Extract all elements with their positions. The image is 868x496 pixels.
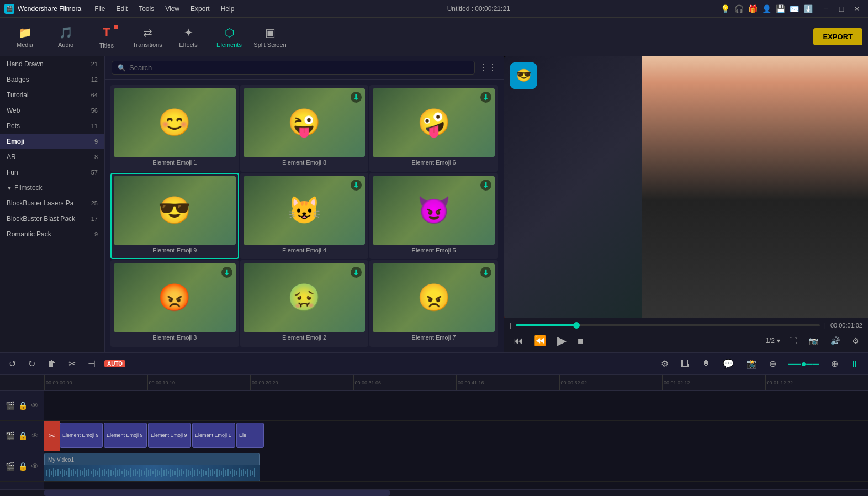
- clip-settings-icon[interactable]: 🎞: [678, 358, 693, 370]
- emoji-clip-5[interactable]: Ele: [236, 423, 264, 448]
- sidebar-item-pets[interactable]: Pets 11: [0, 118, 104, 134]
- close-button[interactable]: ✕: [850, 4, 864, 14]
- elements-tab[interactable]: ⬡ Elements: [210, 20, 248, 54]
- delete-button[interactable]: 🗑: [44, 358, 60, 370]
- split-screen-tab[interactable]: ▣ Split Screen: [251, 20, 289, 54]
- progress-handle[interactable]: [573, 322, 580, 329]
- mail-icon[interactable]: ✉️: [790, 4, 799, 13]
- save-icon[interactable]: 💾: [776, 4, 785, 13]
- maximize-button[interactable]: □: [835, 4, 848, 14]
- menu-view[interactable]: View: [163, 4, 182, 14]
- filmstock-section-header[interactable]: ▼ Filmstock: [0, 180, 104, 196]
- user-icon[interactable]: 👤: [762, 4, 771, 13]
- media-tab[interactable]: 📁 Media: [6, 20, 44, 54]
- video-track-eye-icon[interactable]: 👁: [31, 462, 39, 471]
- stop-button[interactable]: ■: [574, 334, 587, 348]
- split-button[interactable]: ⊣: [84, 357, 99, 370]
- search-input[interactable]: [129, 64, 469, 72]
- sidebar-item-tutorial[interactable]: Tutorial 64: [0, 87, 104, 103]
- download3-icon[interactable]: ⬇: [221, 267, 232, 278]
- download5-icon[interactable]: ⬇: [480, 180, 491, 191]
- sidebar-item-romantic-pack[interactable]: Romantic Pack 9: [0, 226, 104, 242]
- minimize-button[interactable]: −: [819, 4, 833, 14]
- menu-file[interactable]: File: [92, 4, 107, 14]
- video-track-lock-icon[interactable]: 🔒: [18, 462, 28, 471]
- scrollbar-thumb[interactable]: [44, 490, 391, 496]
- emoji-clip-4[interactable]: Element Emoji 1: [192, 423, 235, 448]
- grid-toggle-icon[interactable]: ⋮⋮: [479, 62, 497, 73]
- audio-tab[interactable]: 🎵 Audio: [46, 20, 85, 54]
- track-lock-icon[interactable]: 🔒: [18, 401, 28, 410]
- chevron-down-icon[interactable]: ▾: [777, 337, 780, 345]
- titles-tab[interactable]: T Titles: [87, 20, 126, 54]
- emoji-track-eye-icon[interactable]: 👁: [31, 431, 39, 440]
- emoji-clip-3[interactable]: Element Emoji 9: [148, 423, 191, 448]
- menu-tools[interactable]: Tools: [136, 4, 156, 14]
- element-emoji9[interactable]: 😎 Element Emoji 9: [110, 173, 239, 260]
- transitions-tab[interactable]: ⇄ Transitions: [128, 20, 167, 54]
- emoji-clip-1[interactable]: Element Emoji 9: [60, 423, 103, 448]
- element-emoji1[interactable]: 😊 Element Emoji 1: [110, 85, 239, 172]
- sidebar-item-hand-drawn[interactable]: Hand Drawn 21: [0, 56, 104, 72]
- ruler-mark-6: 00:01:02:12: [662, 375, 765, 391]
- track-video-icon[interactable]: 🎬: [6, 401, 15, 410]
- element-emoji5[interactable]: 😈 ⬇ Element Emoji 5: [369, 173, 498, 260]
- timeline-scrollbar[interactable]: [0, 489, 868, 496]
- sidebar-item-blockbuster-lasers[interactable]: BlockBuster Lasers Pa 25: [0, 196, 104, 211]
- svg-rect-0: [46, 470, 47, 476]
- element-emoji2[interactable]: 🤢 ⬇ Element Emoji 2: [240, 260, 369, 347]
- zoom-in-icon[interactable]: ⊕: [828, 357, 841, 370]
- emoji-clip-2[interactable]: Element Emoji 9: [104, 423, 147, 448]
- emoji-track-video-icon[interactable]: 🎬: [6, 431, 15, 440]
- effects-tab[interactable]: ✦ Effects: [169, 20, 208, 54]
- emoji-track-row: 🎬 🔒 👁 ✂ Element Emoji 9 Element Emoji 9: [0, 421, 868, 451]
- elements-tab-wrap: ⬡ Elements: [210, 20, 248, 54]
- menu-export[interactable]: Export: [188, 4, 212, 14]
- sidebar-item-blockbuster-blast[interactable]: BlockBuster Blast Pack 17: [0, 211, 104, 226]
- mic-icon[interactable]: 🎙: [698, 358, 714, 370]
- element-emoji3[interactable]: 😡 ⬇ Element Emoji 3: [110, 260, 239, 347]
- video-track-row: 🎬 🔒 👁 My Video1 🎬: [0, 451, 868, 482]
- element-emoji7[interactable]: 😠 ⬇ Element Emoji 7: [369, 260, 498, 347]
- emoji-track-lock-icon[interactable]: 🔒: [18, 431, 28, 440]
- pause-tl-icon[interactable]: ⏸: [847, 358, 862, 370]
- element-emoji6[interactable]: 🤪 ⬇ Element Emoji 6: [369, 85, 498, 172]
- snapshot-button[interactable]: 📷: [806, 335, 822, 346]
- svg-rect-18: [86, 470, 87, 476]
- settings-gear-icon[interactable]: ⚙: [658, 357, 672, 370]
- volume-button[interactable]: 🔊: [827, 335, 843, 346]
- element-emoji4[interactable]: 😺 ⬇ Element Emoji 4: [240, 173, 369, 260]
- track-eye-icon[interactable]: 👁: [31, 401, 39, 410]
- redo-button[interactable]: ↻: [25, 357, 39, 370]
- zoom-slider[interactable]: ──●──: [785, 358, 822, 370]
- sidebar-item-badges[interactable]: Badges 12: [0, 72, 104, 87]
- element-emoji8[interactable]: 😜 ⬇ Element Emoji 8: [240, 85, 369, 172]
- sidebar-item-web[interactable]: Web 56: [0, 103, 104, 118]
- svg-rect-85: [234, 470, 235, 476]
- gift-icon[interactable]: 🎁: [748, 4, 758, 13]
- zoom-out-icon[interactable]: ⊖: [766, 357, 780, 370]
- screen-mode-button[interactable]: ⛶: [786, 335, 800, 346]
- cut-button[interactable]: ✂: [65, 357, 79, 370]
- settings-button[interactable]: ⚙: [849, 335, 862, 346]
- download-icon[interactable]: ⬇️: [803, 4, 813, 13]
- subtitle-icon[interactable]: 💬: [719, 357, 737, 370]
- bulb-icon[interactable]: 💡: [721, 4, 730, 13]
- download4-icon[interactable]: ⬇: [351, 180, 362, 191]
- snapshot-tl-icon[interactable]: 📸: [743, 357, 760, 370]
- sidebar-item-emoji[interactable]: Emoji 9: [0, 134, 104, 149]
- rewind-button[interactable]: ⏮: [510, 334, 526, 348]
- play-button[interactable]: ▶: [554, 333, 570, 349]
- menu-help[interactable]: Help: [219, 4, 237, 14]
- step-back-button[interactable]: ⏪: [531, 334, 549, 348]
- headset-icon[interactable]: 🎧: [734, 4, 744, 13]
- download6-icon[interactable]: ⬇: [480, 92, 491, 103]
- video-track-icon[interactable]: 🎬: [6, 462, 15, 471]
- export-button[interactable]: EXPORT: [813, 28, 862, 45]
- svg-rect-35: [124, 469, 125, 477]
- sidebar-item-fun[interactable]: Fun 57: [0, 165, 104, 180]
- progress-bar[interactable]: [516, 324, 819, 326]
- undo-button[interactable]: ↺: [6, 357, 19, 370]
- menu-edit[interactable]: Edit: [114, 4, 130, 14]
- sidebar-item-ar[interactable]: AR 8: [0, 149, 104, 165]
